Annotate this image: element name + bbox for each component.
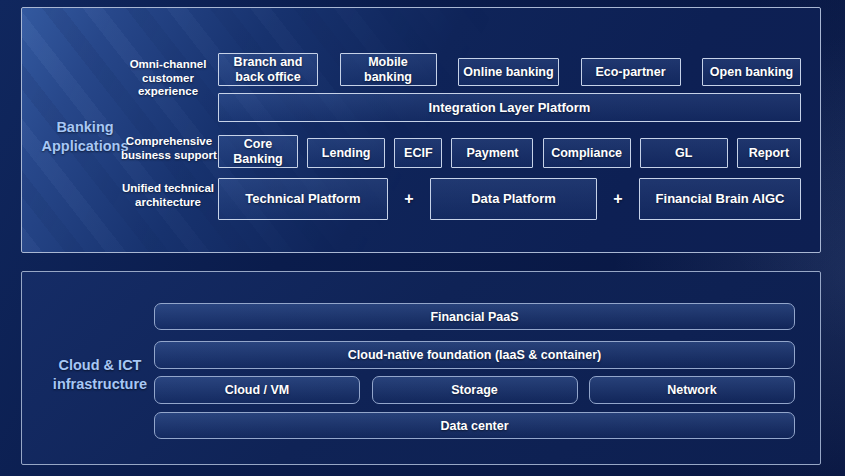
box-payment: Payment xyxy=(451,138,533,168)
bar-financial-paas: Financial PaaS xyxy=(154,303,795,330)
box-mobile-banking: Mobile banking xyxy=(340,53,437,86)
box-cloud-vm: Cloud / VM xyxy=(154,376,360,404)
architecture-boxes-row: Technical Platform + Data Platform + Fin… xyxy=(218,178,801,220)
box-branch-back-office: Branch and back office xyxy=(218,53,318,86)
box-lending: Lending xyxy=(307,138,385,168)
business-label-line2: business support xyxy=(113,149,225,163)
banking-applications-panel: Banking Applications Omni-channel custom… xyxy=(21,7,821,253)
omni-label-line1: Omni-channel xyxy=(122,58,214,72)
channel-boxes-row: Branch and back office Mobile banking On… xyxy=(218,53,801,86)
business-label-line1: Comprehensive xyxy=(113,135,225,149)
box-storage: Storage xyxy=(372,376,578,404)
box-report: Report xyxy=(737,138,801,168)
business-boxes-row: Core Banking Lending ECIF Payment Compli… xyxy=(218,134,801,168)
unified-architecture-row-label: Unified technical architecture xyxy=(112,182,224,209)
bar-cloud-native-foundation: Cloud-native foundation (IaaS & containe… xyxy=(154,341,795,369)
omni-channel-row-label: Omni-channel customer experience xyxy=(122,58,214,99)
omni-label-line3: experience xyxy=(122,85,214,99)
plus-separator-1: + xyxy=(388,178,430,220)
box-open-banking: Open banking xyxy=(702,58,801,86)
business-support-row-label: Comprehensive business support xyxy=(113,135,225,162)
box-gl: GL xyxy=(640,138,728,168)
box-eco-partner: Eco-partner xyxy=(581,58,681,86)
unified-label-line2: architecture xyxy=(112,196,224,210)
bar-data-center: Data center xyxy=(154,412,795,439)
integration-layer-platform-bar: Integration Layer Platform xyxy=(218,93,801,122)
box-compliance: Compliance xyxy=(543,138,631,168)
box-data-platform: Data Platform xyxy=(430,178,597,220)
plus-separator-2: + xyxy=(597,178,639,220)
cloud-ict-panel: Cloud & ICT infrastructure Financial Paa… xyxy=(21,271,821,465)
box-financial-brain-aigc: Financial Brain AIGC xyxy=(639,178,801,220)
box-network: Network xyxy=(589,376,795,404)
box-technical-platform: Technical Platform xyxy=(218,178,388,220)
box-online-banking: Online banking xyxy=(458,58,559,86)
box-core-banking: Core Banking xyxy=(218,135,298,168)
cloud-panel-title: Cloud & ICT infrastructure xyxy=(44,356,156,394)
box-ecif: ECIF xyxy=(394,138,442,168)
omni-label-line2: customer xyxy=(122,72,214,86)
architecture-diagram: Banking Applications Omni-channel custom… xyxy=(0,0,845,476)
unified-label-line1: Unified technical xyxy=(112,182,224,196)
resource-boxes-row: Cloud / VM Storage Network xyxy=(154,376,795,404)
